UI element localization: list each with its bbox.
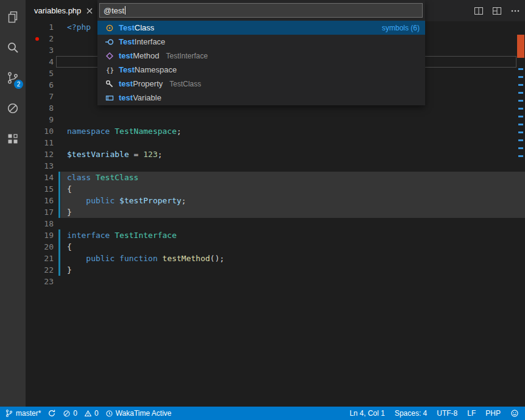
status-language-label: PHP bbox=[485, 409, 501, 418]
status-feedback[interactable] bbox=[510, 409, 519, 418]
status-right: Ln 4, Col 1Spaces: 4UTF-8LFPHP bbox=[350, 409, 519, 418]
scm-badge: 2 bbox=[14, 80, 23, 89]
quick-open-item-TestNamespace[interactable]: {}TestNamespace bbox=[97, 63, 425, 77]
gutter: 12 bbox=[26, 149, 61, 160]
code-line-18[interactable]: 18 bbox=[26, 218, 525, 229]
status-branch-label: master* bbox=[16, 409, 41, 418]
status-encoding[interactable]: UTF-8 bbox=[437, 409, 457, 418]
code-line-15[interactable]: 15{ bbox=[26, 183, 525, 195]
code-line-11[interactable]: 11 bbox=[26, 137, 525, 149]
gutter: 9 bbox=[26, 114, 61, 125]
symbol-class-icon bbox=[105, 23, 115, 33]
gutter: 8 bbox=[26, 102, 61, 114]
ruler-match-marker bbox=[518, 116, 523, 117]
symbol-namespace-icon: {} bbox=[105, 65, 115, 75]
symbol-label: testVariable bbox=[119, 93, 161, 102]
line-number: 20 bbox=[26, 241, 54, 253]
line-number: 23 bbox=[26, 276, 54, 287]
code-line-12[interactable]: 12$testVariable = 123; bbox=[26, 149, 525, 160]
status-wakatime[interactable]: WakaTime Active bbox=[105, 409, 172, 418]
status-eol[interactable]: LF bbox=[467, 409, 476, 418]
status-sync[interactable] bbox=[48, 409, 56, 418]
code-line-17[interactable]: 17} bbox=[26, 206, 525, 218]
code-text: { bbox=[61, 183, 525, 195]
code-line-23[interactable]: 23 bbox=[26, 276, 525, 287]
gutter: 13 bbox=[26, 160, 61, 172]
symbol-label: testMethod bbox=[119, 51, 160, 60]
code-text: } bbox=[61, 264, 525, 276]
gutter: 14 bbox=[26, 172, 61, 183]
quick-open-input[interactable]: @test bbox=[99, 3, 423, 18]
code-line-9[interactable]: 9 bbox=[26, 114, 525, 125]
gutter: 17 bbox=[26, 206, 61, 218]
code-line-10[interactable]: 10namespace TestNamespace; bbox=[26, 125, 525, 137]
quick-open-list: TestClasssymbols (6)TestInterfacetestMet… bbox=[97, 21, 425, 105]
explorer-icon bbox=[5, 10, 20, 24]
quick-open-item-testProperty[interactable]: testPropertyTestClass bbox=[97, 77, 425, 91]
split-editor-icon[interactable] bbox=[474, 6, 484, 16]
quick-open-item-TestClass[interactable]: TestClasssymbols (6) bbox=[97, 21, 425, 35]
code-text bbox=[61, 114, 525, 125]
symbol-label: TestInterface bbox=[119, 37, 165, 46]
activity-search-button[interactable] bbox=[0, 32, 26, 63]
results-count: symbols (6) bbox=[382, 24, 420, 32]
close-icon[interactable] bbox=[86, 8, 93, 14]
line-number: 3 bbox=[26, 44, 54, 56]
ruler-match-marker bbox=[518, 108, 523, 110]
symbol-label: TestClass bbox=[119, 23, 154, 32]
quick-open-item-testVariable[interactable]: testVariable bbox=[97, 91, 425, 105]
smiley-icon bbox=[510, 409, 519, 418]
toggle-layout-icon[interactable] bbox=[492, 6, 502, 16]
status-left: master*00WakaTime Active bbox=[5, 409, 172, 418]
line-number: 13 bbox=[26, 160, 54, 172]
gutter: 15 bbox=[26, 183, 61, 195]
code-text: $testVariable = 123; bbox=[61, 149, 525, 160]
status-errors[interactable]: 0 bbox=[63, 409, 77, 418]
code-text: namespace TestNamespace; bbox=[61, 125, 525, 137]
activity-extensions-button[interactable] bbox=[0, 124, 26, 154]
code-text bbox=[61, 160, 525, 172]
git-modified-indicator bbox=[58, 183, 60, 195]
ruler-match-marker bbox=[518, 68, 523, 70]
status-eol-label: LF bbox=[467, 409, 476, 418]
activity-source-control-button[interactable]: 2 bbox=[0, 63, 26, 93]
ruler-match-marker bbox=[518, 100, 523, 102]
code-line-14[interactable]: 14class TestClass bbox=[26, 172, 525, 183]
activity-debug-button[interactable] bbox=[0, 93, 26, 124]
overview-ruler-scrollbar[interactable] bbox=[516, 21, 525, 407]
ruler-match-marker bbox=[518, 139, 523, 141]
tab-variables-php[interactable]: variables.php bbox=[26, 0, 99, 21]
symbol-interface-icon bbox=[105, 37, 115, 47]
activity-explorer-button[interactable] bbox=[0, 2, 26, 32]
code-line-16[interactable]: 16 public $testProperty; bbox=[26, 195, 525, 206]
code-line-20[interactable]: 20{ bbox=[26, 241, 525, 253]
ruler-match-marker bbox=[518, 92, 523, 94]
quick-open-item-testMethod[interactable]: testMethodTestInterface bbox=[97, 49, 425, 63]
status-warnings[interactable]: 0 bbox=[84, 409, 99, 418]
code-line-22[interactable]: 22} bbox=[26, 264, 525, 276]
line-number: 9 bbox=[26, 114, 54, 125]
quick-open-item-TestInterface[interactable]: TestInterface bbox=[97, 35, 425, 49]
code-line-21[interactable]: 21 public function testMethod(); bbox=[26, 253, 525, 264]
code-text: class TestClass bbox=[61, 172, 525, 183]
status-warnings-label: 0 bbox=[94, 409, 99, 418]
code-line-19[interactable]: 19interface TestInterface bbox=[26, 229, 525, 241]
status-branch[interactable]: master* bbox=[5, 409, 41, 418]
sync-icon bbox=[48, 409, 56, 418]
git-modified-indicator bbox=[58, 241, 60, 253]
status-wakatime-label: WakaTime Active bbox=[116, 409, 172, 418]
gutter: 23 bbox=[26, 276, 61, 287]
code-text: interface TestInterface bbox=[61, 229, 525, 241]
status-indentation[interactable]: Spaces: 4 bbox=[395, 409, 427, 418]
line-number: 12 bbox=[26, 149, 54, 160]
status-language[interactable]: PHP bbox=[485, 409, 501, 418]
git-modified-indicator bbox=[58, 253, 60, 264]
status-cursor-position[interactable]: Ln 4, Col 1 bbox=[350, 409, 385, 418]
line-number: 14 bbox=[26, 172, 54, 183]
more-actions-icon[interactable] bbox=[510, 6, 520, 16]
gutter: 22 bbox=[26, 264, 61, 276]
code-line-13[interactable]: 13 bbox=[26, 160, 525, 172]
code-text: { bbox=[61, 241, 525, 253]
line-number: 10 bbox=[26, 125, 54, 137]
debug-icon bbox=[5, 101, 20, 116]
